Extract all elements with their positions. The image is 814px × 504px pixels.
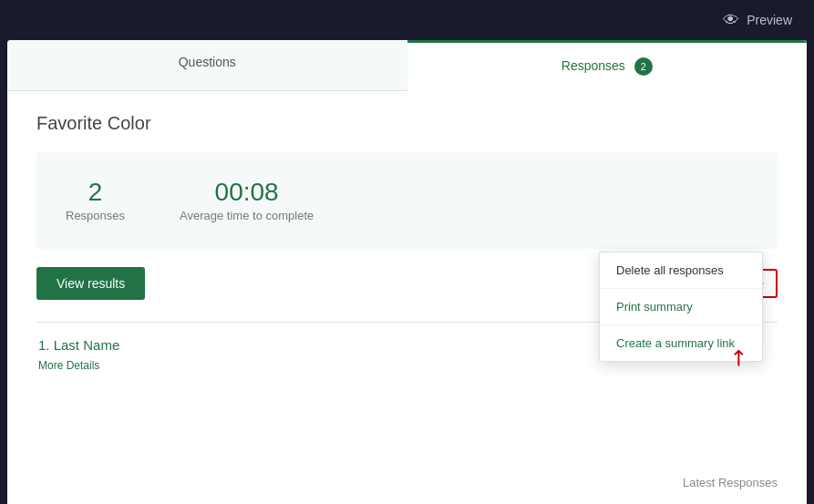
dropdown-delete-all[interactable]: Delete all responses (600, 252, 762, 289)
avg-time-value: 00:08 (180, 178, 314, 207)
responses-stat: 2 Responses (66, 178, 125, 223)
question-number: 1. (38, 337, 50, 353)
preview-label: Preview (747, 13, 792, 27)
tab-responses[interactable]: Responses 2 (407, 40, 808, 90)
responses-label: Responses (66, 209, 125, 222)
view-results-button[interactable]: View results (36, 267, 145, 300)
latest-responses-label: Latest Responses (683, 476, 778, 489)
responses-badge: 2 (634, 57, 653, 76)
dropdown-print-summary[interactable]: Print summary (600, 289, 762, 325)
responses-value: 2 (66, 178, 125, 207)
top-bar: 👁 Preview (0, 0, 814, 40)
main-container: Questions Responses 2 Favorite Color 2 R… (7, 40, 807, 504)
form-title: Favorite Color (36, 113, 778, 134)
question-text: Last Name (54, 337, 120, 353)
tab-questions[interactable]: Questions (7, 40, 407, 90)
tabs-bar: Questions Responses 2 (7, 40, 807, 91)
more-details-link[interactable]: More Details (38, 359, 99, 372)
stats-box: 2 Responses 00:08 Average time to comple… (36, 152, 778, 249)
avg-time-stat: 00:08 Average time to complete (180, 178, 314, 223)
preview-icon: 👁 (723, 11, 739, 30)
avg-time-label: Average time to complete (180, 209, 314, 222)
